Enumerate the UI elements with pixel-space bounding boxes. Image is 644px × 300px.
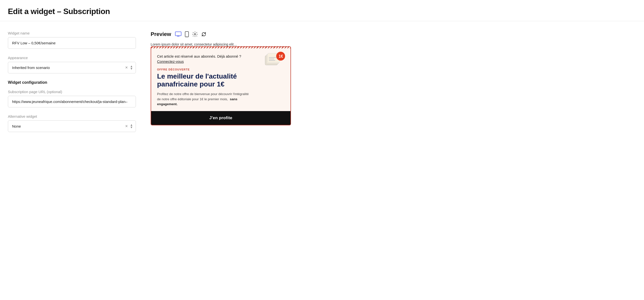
svg-text:1€: 1€ (279, 54, 283, 58)
preview-icons (175, 31, 206, 37)
svg-rect-10 (269, 59, 274, 59)
alternative-widget-select-wrapper: None ✕ ▲▼ (8, 120, 136, 132)
settings-icon[interactable] (192, 32, 198, 37)
mobile-icon[interactable] (185, 31, 189, 37)
right-panel: Preview (151, 31, 636, 139)
appearance-select-wrapper: Inherited from scenario ✕ ▲▼ (8, 62, 136, 73)
alternative-widget-clear-icon[interactable]: ✕ (125, 124, 128, 128)
widget-card: Cet article est réservé aux abonnés. Déj… (151, 46, 291, 125)
appearance-label: Appearance (8, 56, 136, 60)
alternative-widget-arrows-icon[interactable]: ▲▼ (130, 124, 133, 129)
card-headline: Le meilleur de l'actualité panafricaine … (157, 72, 244, 88)
subscription-url-input[interactable] (8, 96, 136, 107)
card-cta-button[interactable]: J'en profite (151, 111, 291, 125)
preview-lorem-row: Lorem ipsum dolor sit amet, consectetur … (151, 42, 636, 125)
widget-card-inner: Cet article est réservé aux abonnés. Déj… (151, 48, 290, 107)
appearance-select-display[interactable]: Inherited from scenario (8, 62, 136, 73)
widget-name-label: Widget name (8, 31, 136, 35)
alternative-widget-label: Alternative widget (8, 114, 136, 118)
svg-rect-11 (269, 60, 275, 61)
page-title: Edit a widget – Subscription (8, 7, 636, 16)
alternative-widget-select-controls: ✕ ▲▼ (125, 124, 133, 129)
card-top-text: Cet article est réservé aux abonnés. Déj… (157, 54, 244, 64)
card-top-static: Cet article est réservé aux abonnés. Déj… (157, 54, 241, 58)
card-button-wrapper: J'en profite (151, 111, 291, 125)
svg-rect-9 (269, 57, 276, 58)
appearance-clear-icon[interactable]: ✕ (125, 66, 128, 70)
left-panel: Widget name Appearance Inherited from sc… (8, 31, 136, 139)
desktop-icon[interactable] (175, 32, 182, 37)
alternative-widget-group: Alternative widget None ✕ ▲▼ (8, 114, 136, 132)
main-content: Widget name Appearance Inherited from sc… (0, 21, 644, 149)
appearance-arrows-icon[interactable]: ▲▼ (130, 65, 133, 71)
page-header: Edit a widget – Subscription (0, 0, 644, 21)
svg-point-2 (186, 36, 187, 37)
card-description: Profitez de notre offre de bienvenue pou… (157, 92, 253, 107)
preview-title: Preview (151, 31, 171, 38)
preview-header: Preview (151, 31, 636, 38)
card-illustration: 1€ (264, 51, 286, 69)
widget-config-heading: Widget configuration (8, 80, 136, 85)
svg-point-3 (194, 34, 196, 35)
refresh-icon[interactable] (201, 32, 206, 37)
appearance-select-controls: ✕ ▲▼ (125, 65, 133, 71)
card-login-link[interactable]: Connectez-vous (157, 59, 184, 64)
svg-rect-0 (175, 32, 181, 36)
widget-name-group: Widget name (8, 31, 136, 49)
appearance-group: Appearance Inherited from scenario ✕ ▲▼ (8, 56, 136, 73)
widget-name-input[interactable] (8, 37, 136, 49)
subscription-url-label: Subscription page URL (optional) (8, 90, 136, 94)
alternative-widget-select-display[interactable]: None (8, 120, 136, 132)
lorem-text: Lorem ipsum dolor sit amet, consectetur … (151, 42, 237, 46)
subscription-url-group: Subscription page URL (optional) (8, 90, 136, 107)
